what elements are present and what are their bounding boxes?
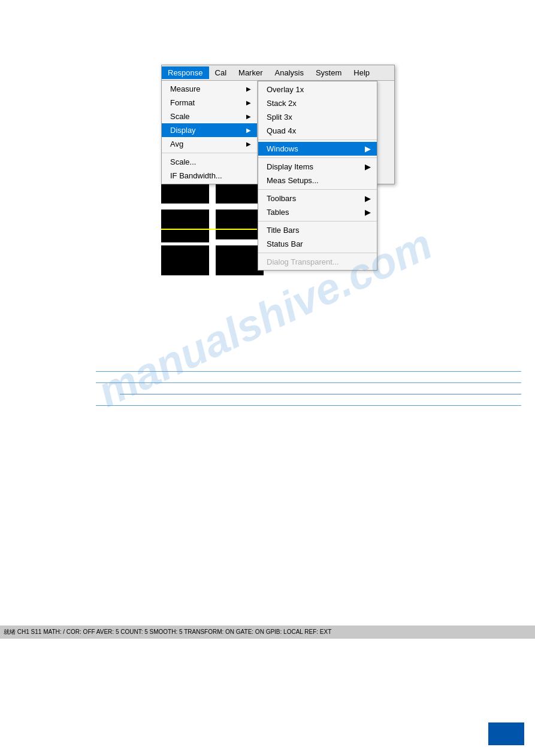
submenu-overlay[interactable]: Overlay 1x <box>258 83 377 96</box>
blue-rect-bottom-right <box>488 722 524 745</box>
arrow-right-icon: ▶ <box>365 208 371 217</box>
blue-line-3 <box>120 394 521 394</box>
submenu-sep-3 <box>258 189 377 190</box>
menu-help[interactable]: Help <box>347 66 376 79</box>
submenu-dialog-transparent: Dialog Transparent... <box>258 255 377 269</box>
chart-panel-7 <box>216 245 264 275</box>
menu-item-scale[interactable]: Scale ▶ <box>162 110 257 123</box>
dropdown-wrapper: Measure ▶ Format ▶ Scale ▶ Display ▶ Avg <box>162 81 394 184</box>
arrow-icon: ▶ <box>246 86 251 92</box>
menu-item-avg[interactable]: Avg ▶ <box>162 137 257 151</box>
submenu-meas-setups[interactable]: Meas Setups... <box>258 174 377 187</box>
arrow-icon: ▶ <box>246 99 251 106</box>
submenu-sep-5 <box>258 253 377 253</box>
arrow-icon: ▶ <box>246 127 251 133</box>
submenu-split[interactable]: Split 3x <box>258 110 377 124</box>
menu-item-if-bandwidth[interactable]: IF Bandwidth... <box>162 169 257 183</box>
submenu-tables[interactable]: Tables ▶ <box>258 205 377 219</box>
menu-item-format[interactable]: Format ▶ <box>162 96 257 110</box>
menu-marker[interactable]: Marker <box>232 66 268 79</box>
blue-line-4 <box>96 405 521 406</box>
menu-cal[interactable]: Cal <box>209 66 233 79</box>
blue-line-1 <box>96 371 521 372</box>
menu-analysis[interactable]: Analysis <box>269 66 310 79</box>
primary-menu: Measure ▶ Format ▶ Scale ▶ Display ▶ Avg <box>162 81 258 184</box>
submenu-stack[interactable]: Stack 2x <box>258 96 377 110</box>
status-text: 就绪 CH1 S11 MATH: / COR: OFF AVER: 5 COUN… <box>4 628 331 636</box>
submenu-quad[interactable]: Quad 4x <box>258 124 377 138</box>
menu-bar: Response Cal Marker Analysis System Help <box>162 65 394 81</box>
submenu-toolbars[interactable]: Toolbars ▶ <box>258 192 377 205</box>
status-bar: 就绪 CH1 S11 MATH: / COR: OFF AVER: 5 COUN… <box>0 626 535 639</box>
menu-item-measure[interactable]: Measure ▶ <box>162 82 257 96</box>
menu-item-scale-dialog[interactable]: Scale... <box>162 155 257 169</box>
blue-lines-section <box>96 371 521 417</box>
menu-sep-1 <box>162 153 257 153</box>
menu-container: Response Cal Marker Analysis System Help… <box>161 65 395 184</box>
chart-panel-4 <box>161 210 209 239</box>
submenu-windows[interactable]: Windows ▶ <box>258 142 377 156</box>
submenu-display-items[interactable]: Display Items ▶ <box>258 160 377 174</box>
chart-panel-5 <box>216 210 264 239</box>
submenu-title-bars[interactable]: Title Bars <box>258 223 377 237</box>
submenu-sep-2 <box>258 157 377 158</box>
yellow-line <box>161 229 257 230</box>
arrow-right-icon: ▶ <box>365 144 371 153</box>
arrow-right-icon: ▶ <box>365 162 371 171</box>
chart-panel-6 <box>161 245 209 275</box>
menu-system[interactable]: System <box>310 66 347 79</box>
arrow-right-icon: ▶ <box>365 194 371 203</box>
arrow-icon: ▶ <box>246 141 251 147</box>
secondary-menu: Overlay 1x Stack 2x Split 3x Quad 4x Win… <box>258 81 377 271</box>
submenu-sep-4 <box>258 221 377 221</box>
blue-line-2 <box>96 382 521 383</box>
submenu-status-bar[interactable]: Status Bar <box>258 237 377 251</box>
submenu-sep-1 <box>258 139 377 140</box>
menu-item-display[interactable]: Display ▶ <box>162 123 257 137</box>
arrow-icon: ▶ <box>246 113 251 120</box>
menu-response[interactable]: Response <box>162 66 209 79</box>
